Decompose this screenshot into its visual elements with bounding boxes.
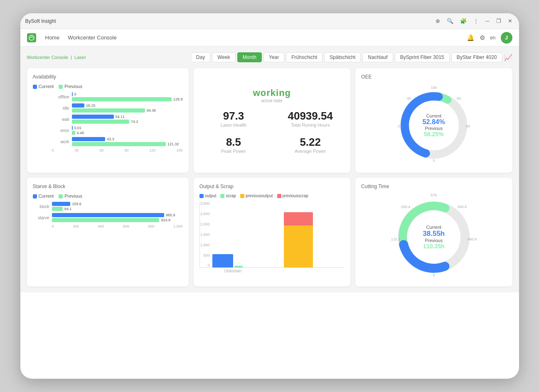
avail-row-error: error 0.01 4.46 (53, 126, 183, 135)
output-prev-scrap-bar (284, 212, 313, 225)
bell-icon[interactable]: 🔔 (467, 34, 475, 42)
average-power-label: Average Power (276, 149, 345, 154)
filter-bar: Workcenter Console | Laser Day Week Mont… (27, 52, 512, 62)
cutting-current-value: 38.55h (423, 230, 445, 238)
starve-block-axis: 02004006008001,000 (33, 224, 183, 228)
laser-health-label: Laser Health (199, 122, 268, 127)
output-bar-group-1 (212, 254, 269, 267)
main-content: Workcenter Console | Laser Day Week Mont… (20, 47, 519, 292)
starve-block-title: Starve & Block (33, 184, 183, 189)
laser-health-value: 97.3 (199, 110, 268, 122)
cutting-time-card: Cutting Time 0 115.2 230.4 345.6 (355, 178, 512, 287)
translate-icon[interactable]: ⊕ (434, 17, 442, 25)
availability-chart: offline 0 128.9 idle 16.15 (33, 92, 183, 146)
settings-icon[interactable]: ⚙ (480, 34, 485, 42)
svg-text:576: 576 (431, 193, 437, 197)
output-legend: outputscrappreviousoutputpreviousscrap (199, 194, 345, 198)
avail-row-work: work 43.3 121.32 (53, 137, 183, 146)
cutting-center-text: Current 38.55h Previous 110.35h (423, 225, 445, 250)
close-icon[interactable]: ✕ (506, 17, 514, 25)
sb-row-block: block 159.6 94.1 (33, 202, 183, 211)
output-prev-output-bar (284, 225, 313, 267)
filter-bysprint[interactable]: BySprint Fiber 3015 (395, 52, 450, 62)
svg-text:460.8: 460.8 (468, 237, 477, 241)
status-card: working actual state 97.3 Laser Health 4… (194, 68, 350, 173)
filter-bystar[interactable]: ByStar Fiber 4020 (451, 52, 502, 62)
svg-text:0: 0 (433, 159, 435, 163)
sb-legend-current: Current (33, 194, 54, 198)
filter-year[interactable]: Year (263, 52, 284, 62)
svg-text:0: 0 (433, 273, 435, 277)
avail-row-offline: offline 0 128.9 (53, 92, 183, 101)
breadcrumb-highlight: Laser (74, 55, 86, 60)
cutting-current-label: Current (423, 225, 445, 230)
availability-title: Availability (33, 74, 183, 80)
svg-text:115.2: 115.2 (391, 237, 401, 241)
filter-fruhschicht[interactable]: Frühschicht (286, 52, 322, 62)
sb-legend-previous: Previous (59, 194, 82, 198)
starve-block-card: Starve & Block Current Previous block 15… (27, 178, 189, 287)
total-running-value: 40939.54 (276, 110, 345, 122)
chart-icon[interactable]: 📈 (504, 54, 512, 61)
laser-health: 97.3 Laser Health (199, 110, 268, 127)
filter-month[interactable]: Month (237, 52, 262, 62)
output-chart-area: 05001,0001,5002,0002,5003,000 Unknown (199, 201, 345, 273)
availability-card: Availability Current Previous offline 0 … (27, 68, 189, 173)
filter-nachlauf[interactable]: Nachlauf (362, 52, 393, 62)
restore-icon[interactable]: ❐ (495, 17, 503, 25)
nav-workcenter[interactable]: Workcenter Console (64, 34, 121, 41)
metrics-grid: 97.3 Laser Health 40939.54 Total Runing … (199, 110, 345, 154)
availability-axis: 0306090120150 (33, 148, 183, 152)
lang-label[interactable]: en (490, 35, 495, 41)
nav-bar: Home Workcenter Console 🔔 ⚙ en J (20, 29, 519, 47)
svg-point-0 (29, 35, 34, 40)
app-title: BySoft Insight (25, 18, 434, 24)
sb-row-starve: starve 965.9 924.9 (33, 213, 183, 222)
nav-logo (27, 33, 36, 42)
availability-legend: Current Previous (33, 84, 183, 89)
breadcrumb-base: Workcenter Console (27, 55, 68, 60)
oee-donut: 0 20 40 60 80 100 Current 52.84% Previou… (361, 84, 506, 167)
avail-row-idle: idle 16.15 94.36 (53, 103, 183, 113)
peak-power-label: Peak Power (199, 149, 268, 154)
svg-text:20: 20 (398, 124, 402, 128)
nav-home[interactable]: Home (41, 34, 64, 41)
output-bar-current (212, 254, 233, 267)
nav-right: 🔔 ⚙ en J (467, 32, 512, 44)
minimize-icon[interactable]: ─ (484, 17, 491, 25)
starve-block-chart: block 159.6 94.1 starve 965.9 (33, 202, 183, 222)
puzzle-icon[interactable]: 🧩 (458, 17, 468, 25)
filter-day[interactable]: Day (191, 52, 210, 62)
oee-card: OEE 0 20 40 60 80 (355, 68, 512, 173)
title-bar-controls: ⊕ 🔍 🧩 ⋮ ─ ❐ ✕ (434, 17, 514, 25)
cutting-time-title: Cutting Time (361, 184, 506, 189)
avail-row-wait: wait 54.11 74.2 (53, 115, 183, 124)
filter-week[interactable]: Week (212, 52, 235, 62)
cutting-time-donut: 0 115.2 230.4 345.6 460.8 576 Current 38… (361, 194, 506, 281)
total-running-label: Total Runing Hours (276, 122, 345, 127)
output-bar-group-2 (284, 212, 340, 267)
search-icon[interactable]: 🔍 (445, 17, 455, 25)
dashboard-grid: Availability Current Previous offline 0 … (27, 68, 512, 287)
output-scrap-card: Output & Scrap outputscrappreviousoutput… (194, 178, 350, 287)
svg-text:80: 80 (466, 124, 470, 128)
legend-previous: Previous (59, 84, 82, 89)
filter-spatschicht[interactable]: Spätschicht (324, 52, 361, 62)
total-running-hours: 40939.54 Total Runing Hours (276, 110, 345, 127)
svg-text:345.6: 345.6 (458, 205, 467, 209)
svg-text:230.4: 230.4 (401, 205, 411, 209)
legend-current: Current (33, 84, 54, 89)
peak-power-value: 8.5 (199, 136, 268, 149)
cutting-previous-label: Previous (423, 238, 445, 243)
output-y-axis: 05001,0001,5002,0002,5003,000 (200, 201, 212, 267)
output-bars: 05001,0001,5002,0002,5003,000 (199, 201, 345, 268)
more-icon[interactable]: ⋮ (472, 17, 480, 25)
avatar: J (501, 32, 512, 44)
svg-text:100: 100 (431, 86, 437, 90)
average-power-value: 5.22 (276, 136, 345, 149)
svg-text:40: 40 (407, 96, 411, 100)
actual-state-label: actual state (261, 98, 283, 103)
svg-text:60: 60 (457, 96, 461, 100)
average-power: 5.22 Average Power (276, 136, 345, 154)
oee-title: OEE (361, 74, 506, 80)
